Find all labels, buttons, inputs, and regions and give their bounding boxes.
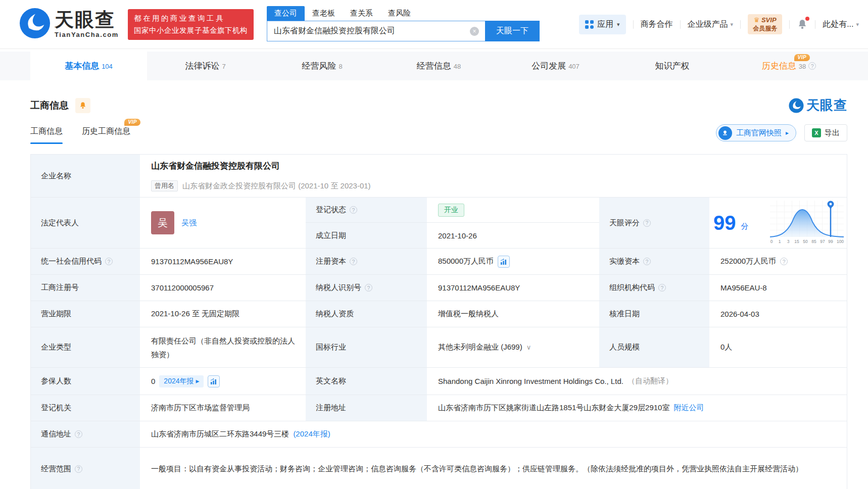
subtab-business-info[interactable]: 工商信息 [30, 126, 63, 144]
search-tabs: 查公司 查老板 查关系 查风险 [267, 6, 540, 21]
tab-operating-risk[interactable]: 经营风险 8 [264, 52, 380, 80]
field-label: 企业名称 [31, 155, 140, 197]
chevron-down-icon: ▾ [617, 21, 620, 28]
company-type: 有限责任公司（非自然人投资或控股的法人独资） [151, 334, 306, 361]
monitor-bell-icon[interactable] [75, 98, 90, 113]
help-icon[interactable]: ? [780, 258, 788, 265]
subtab-label: 历史工商信息 [82, 127, 130, 135]
field-label: 纳税人资质 [306, 301, 427, 327]
notification-dot [805, 17, 809, 21]
help-icon[interactable]: ? [658, 284, 666, 291]
svg-text:85: 85 [811, 239, 816, 244]
credit-code: 91370112MA956EAU8Y [140, 249, 306, 274]
tab-label: 历史信息 [762, 60, 796, 72]
promo-banner: 都在用的商业查询工具 国家中小企业发展子基金旗下机构 [128, 9, 254, 40]
nearby-companies-link[interactable]: 附近公司 [673, 403, 704, 413]
clear-search-icon[interactable]: × [470, 27, 479, 36]
svg-text:97: 97 [820, 239, 825, 244]
divider [633, 20, 634, 29]
svg-text:15: 15 [794, 239, 799, 244]
tab-business-info[interactable]: 经营信息 48 [380, 52, 497, 80]
export-button[interactable]: X 导出 [804, 124, 847, 141]
tab-label: 知识产权 [655, 60, 690, 72]
brand-domain: TianYanCha.com [55, 31, 119, 38]
help-icon[interactable]: ? [75, 430, 82, 438]
divider [789, 20, 790, 29]
score-distribution-chart: 0 1 3 15 50 85 97 99 100 [769, 200, 845, 247]
field-label: 登记机关 [31, 395, 140, 421]
svip-sublabel: 会员服务 [753, 25, 777, 32]
tab-label: 基本信息 [65, 60, 99, 72]
tab-company-development[interactable]: 公司发展 407 [497, 52, 614, 80]
search-area: 查公司 查老板 查关系 查风险 × 天眼一下 [267, 6, 540, 41]
search-button[interactable]: 天眼一下 [485, 21, 540, 41]
apps-menu[interactable]: 应用 ▾ [579, 15, 626, 34]
promo-line1: 都在用的商业查询工具 [134, 14, 248, 23]
search-tab-boss[interactable]: 查老板 [305, 6, 343, 21]
former-name-badge: 曾用名 [151, 180, 178, 191]
insured-trend-icon[interactable] [208, 375, 220, 387]
svip-membership-button[interactable]: ♛ SVIP 会员服务 [748, 14, 782, 34]
chevron-down-icon[interactable]: ∨ [526, 344, 532, 351]
former-name: 山东省财金政企投资控股有限公司 (2021-10 至 2023-01) [182, 181, 371, 191]
help-icon[interactable]: ? [75, 465, 82, 473]
tab-count: 7 [222, 63, 225, 70]
legal-rep-link[interactable]: 吴强 [181, 218, 197, 228]
help-icon[interactable]: ? [365, 284, 372, 291]
svg-text:99: 99 [828, 239, 833, 244]
help-icon[interactable]: ? [350, 206, 357, 214]
establish-date: 2021-10-26 [427, 223, 599, 248]
field-label: 营业期限 [31, 301, 140, 327]
tab-label: 经营信息 [417, 60, 451, 72]
paid-capital: 252000万人民币 [720, 257, 776, 266]
help-icon[interactable]: ? [643, 258, 651, 265]
search-tab-company[interactable]: 查公司 [267, 6, 305, 21]
field-label: 统一社会信用代码? [31, 249, 140, 274]
search-tab-relation[interactable]: 查关系 [343, 6, 380, 21]
nav-enterprise[interactable]: 企业级产品 ▾ [688, 19, 734, 30]
annual-report-link[interactable]: (2024年报) [293, 429, 330, 439]
nav-cooperation[interactable]: 商务合作 [641, 19, 673, 30]
annual-report-chip[interactable]: 2024年报 ▸ [159, 375, 204, 387]
capital-trend-icon[interactable] [498, 256, 510, 268]
tab-basic-info[interactable]: 基本信息 104 [30, 52, 147, 80]
nav-enterprise-label: 企业级产品 [688, 19, 728, 30]
status-badge: 开业 [438, 204, 464, 217]
field-label: 工商注册号 [31, 275, 140, 301]
divider [740, 20, 741, 29]
official-snapshot-button[interactable]: 工商官网快照 ▸ [716, 124, 796, 141]
tab-count: 8 [339, 63, 342, 70]
industry: 其他未列明金融业 (J699) [438, 343, 522, 352]
tab-legal[interactable]: 法律诉讼 7 [147, 52, 264, 80]
search-tab-risk[interactable]: 查风险 [380, 6, 418, 21]
svg-text:50: 50 [803, 239, 808, 244]
section-title: 工商信息 [30, 99, 69, 112]
legal-rep-avatar[interactable]: 吴 [151, 211, 174, 234]
subtab-history-business-info[interactable]: 历史工商信息 VIP [82, 126, 130, 144]
divider [815, 20, 815, 29]
auto-translate-note: （自动翻译） [628, 376, 673, 386]
tab-count: 48 [454, 63, 461, 70]
reg-number: 370112000005967 [140, 275, 306, 301]
field-label: 经营范围? [31, 448, 140, 489]
excel-icon: X [812, 128, 821, 137]
field-label: 法定代表人 [31, 198, 140, 248]
tab-intellectual-property[interactable]: 知识产权 [614, 52, 731, 80]
notifications-bell-icon[interactable] [797, 18, 808, 30]
tianyancha-logo[interactable]: 天眼查 TianYanCha.com [19, 8, 119, 41]
english-name: Shandong Caijin Xinrong Investment Holdi… [438, 377, 623, 385]
company-tabbar: 基本信息 104 法律诉讼 7 经营风险 8 经营信息 48 公司发展 407 … [0, 52, 868, 80]
score-value: 99 [713, 213, 736, 233]
svip-label: SVIP [761, 16, 777, 24]
chevron-down-icon: ▾ [731, 21, 734, 28]
help-icon[interactable]: ? [350, 258, 357, 265]
help-icon[interactable]: ? [808, 62, 816, 70]
business-scope: 一般项目：以自有资金从事投资活动；财务咨询；企业管理咨询；信息咨询服务（不含许可… [151, 460, 813, 477]
search-input[interactable] [267, 21, 485, 41]
tab-history-info[interactable]: VIP 历史信息 38 ? [731, 52, 847, 80]
account-menu[interactable]: 此处有... ▾ [823, 19, 859, 30]
help-icon[interactable]: ? [105, 258, 113, 265]
help-icon[interactable]: ? [643, 219, 651, 227]
top-nav: 应用 ▾ 商务合作 企业级产品 ▾ ♛ SVIP 会员服务 此处有... ▾ [579, 14, 859, 34]
field-label: 实缴资本? [599, 249, 709, 274]
